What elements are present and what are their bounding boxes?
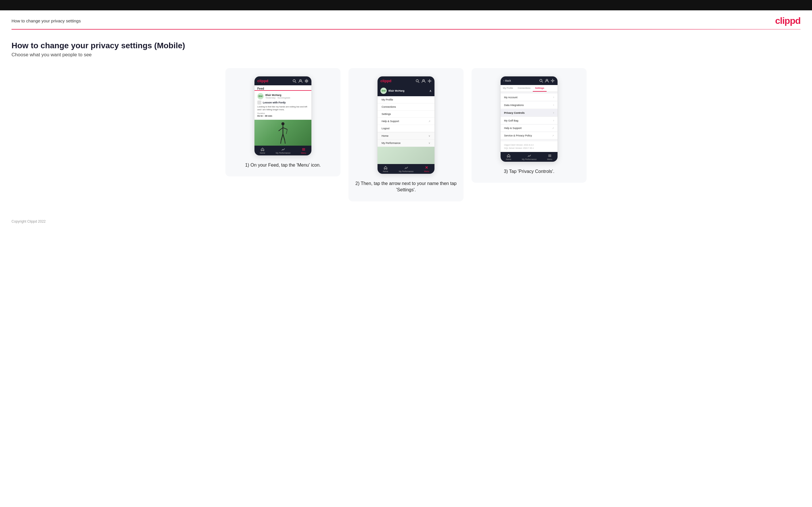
phone-header-1: clippd [254, 76, 311, 85]
nav-home-label-1: Home [260, 152, 265, 154]
phone-logo-1: clippd [257, 79, 268, 83]
menu-section-performance-label: My Performance [382, 142, 401, 145]
svg-line-17 [418, 81, 419, 83]
nav-menu-1[interactable]: Menu [301, 147, 306, 154]
performance-nav-icon-3 [527, 154, 531, 158]
back-button[interactable]: ‹ Back [504, 79, 511, 82]
feed-item: BM Blair McHarg Yesterday · Sunningdale … [254, 91, 311, 120]
settings-item-golfbag-label: My Golf Bag [504, 119, 518, 122]
page-subheading: Choose what you want people to see [11, 52, 801, 58]
menu-items-list: My Profile Connections Settings Help & S… [377, 96, 435, 132]
back-label: Back [505, 79, 511, 82]
phone-icons-1 [293, 79, 308, 83]
step-2-card: clippd BM Blair McHarg ∧ [349, 68, 463, 202]
integrations-chevron: › [553, 103, 554, 107]
menu-nav-icon [302, 147, 306, 151]
feed-tab: Feed [254, 85, 311, 91]
svg-point-19 [429, 80, 430, 81]
settings-item-privacy[interactable]: Privacy Controls › [501, 109, 558, 117]
settings-item-help[interactable]: Help & Support [501, 125, 558, 132]
svg-point-16 [416, 79, 418, 82]
settings-item-privacy-policy[interactable]: Service & Privacy Policy [501, 132, 558, 139]
menu-section-home[interactable]: Home ∨ [377, 132, 435, 139]
phone-mockup-2: clippd BM Blair McHarg ∧ [377, 76, 435, 174]
menu-section-home-label: Home [382, 134, 389, 137]
page-heading: How to change your privacy settings (Mob… [11, 41, 801, 50]
tab-settings[interactable]: Settings [533, 85, 547, 92]
nav-home-label-3: Home [506, 158, 511, 160]
nav-home-3: Home [506, 154, 511, 160]
golfbag-chevron: › [553, 119, 554, 122]
svg-line-6 [278, 127, 283, 131]
blurred-bg [377, 147, 435, 164]
menu-user-info: BM Blair McHarg [380, 88, 405, 94]
menu-user-name: Blair McHarg [389, 89, 405, 92]
menu-item-connections[interactable]: Connections [377, 103, 435, 111]
svg-line-9 [281, 134, 283, 140]
performance-nav-icon [281, 147, 285, 151]
nav-performance-label-3: My Performance [522, 158, 537, 160]
svg-point-0 [293, 79, 295, 82]
close-x-icon: ✕ [425, 166, 428, 170]
copyright: Copyright Clippd 2022 [11, 219, 46, 223]
logo: clippd [775, 15, 801, 26]
nav-menu-label-1: Menu [301, 152, 306, 154]
nav-performance-2: My Performance [399, 166, 413, 172]
main-content: How to change your privacy settings (Mob… [0, 30, 812, 210]
svg-point-20 [540, 79, 542, 81]
home-nav-icon-2 [384, 166, 388, 170]
phone-mockup-3: ‹ Back My Profile Connections Settings [500, 76, 558, 162]
phone-bottom-nav-1: Home My Performance Menu [254, 146, 311, 155]
performance-nav-icon-2 [404, 166, 408, 170]
settings-item-account[interactable]: My Account › [501, 94, 558, 101]
menu-chevron-up[interactable]: ∧ [429, 89, 432, 93]
phone-icons-2 [415, 79, 432, 83]
account-chevron: › [553, 96, 554, 99]
step-1-card: clippd Feed BM Blair McHarg Yes [225, 68, 341, 176]
menu-item-settings[interactable]: Settings [377, 111, 435, 118]
feed-date: Yesterday · Sunningdale [265, 97, 290, 99]
menu-section-performance[interactable]: My Performance ∨ [377, 139, 435, 147]
top-bar [0, 0, 812, 10]
svg-point-4 [282, 122, 285, 125]
nav-menu-3[interactable]: Menu [547, 154, 552, 160]
person-icon [299, 79, 303, 83]
settings-item-integrations-label: Data Integrations [504, 104, 524, 107]
nav-close-2[interactable]: ✕ Menu [424, 166, 429, 172]
step-3-caption: 3) Tap 'Privacy Controls'. [504, 168, 554, 175]
svg-line-10 [283, 134, 285, 140]
settings-item-golfbag[interactable]: My Golf Bag › [501, 117, 558, 124]
svg-line-1 [295, 81, 297, 83]
svg-point-23 [552, 80, 554, 81]
nav-performance-label-2: My Performance [399, 170, 413, 172]
header: How to change your privacy settings clip… [0, 10, 812, 29]
menu-user-row: BM Blair McHarg ∧ [377, 85, 435, 96]
nav-performance-3: My Performance [522, 154, 537, 160]
menu-item-logout[interactable]: Logout [377, 125, 435, 132]
tab-connections[interactable]: Connections [515, 85, 533, 92]
version-info: Clippd Client Version: 2022.8.3-3 GQL Se… [501, 141, 558, 152]
menu-nav-icon-3 [548, 154, 552, 158]
menu-item-help[interactable]: Help & Support [377, 118, 435, 125]
tab-my-profile[interactable]: My Profile [501, 85, 515, 92]
phone-bottom-nav-2: Home My Performance ✕ Menu [377, 164, 435, 174]
menu-section-performance-chevron: ∨ [428, 142, 430, 145]
phone-bottom-nav-3: Home My Performance Menu [501, 152, 558, 162]
settings-item-privacy-policy-label: Service & Privacy Policy [504, 134, 532, 137]
version-client: Clippd Client Version: 2022.8.3-3 [504, 144, 554, 147]
feed-user-name: Blair McHarg [265, 94, 290, 97]
menu-item-profile[interactable]: My Profile [377, 96, 435, 103]
settings-item-account-label: My Account [504, 96, 517, 99]
nav-home-1: Home [260, 147, 265, 154]
search-icon [293, 79, 297, 83]
search-icon-3 [539, 79, 543, 83]
settings-item-integrations[interactable]: Data Integrations › [501, 101, 558, 109]
home-nav-icon-3 [507, 154, 511, 158]
nav-performance-1: My Performance [276, 147, 291, 154]
lesson-desc: Looking to feel like my hands are exitin… [257, 105, 308, 111]
back-chevron-icon: ‹ [504, 79, 504, 82]
nav-menu-label-2: Menu [424, 170, 429, 172]
home-nav-icon [260, 147, 264, 151]
phone-header-2: clippd [377, 76, 435, 85]
settings-header-icons [539, 79, 555, 83]
